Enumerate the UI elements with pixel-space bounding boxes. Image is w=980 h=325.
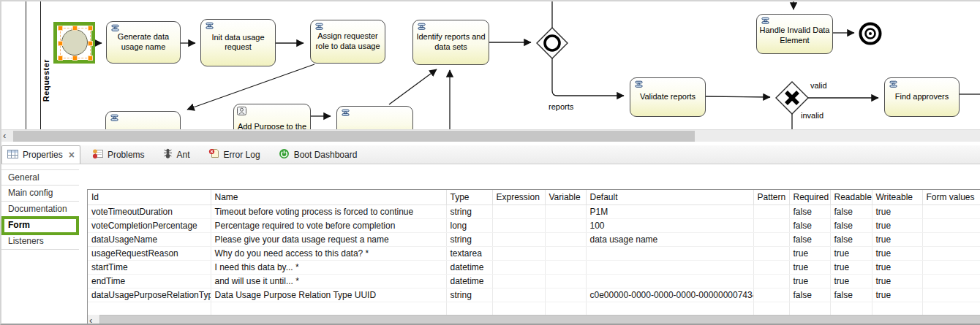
task-assign-requester-role[interactable]: Assign requester role to data usage [310,20,385,64]
table-cell[interactable] [545,260,586,274]
table-cell[interactable]: false [830,288,872,302]
table-cell[interactable] [586,274,753,288]
table-cell[interactable]: false [830,232,872,246]
table-cell[interactable] [753,246,789,260]
start-event[interactable] [61,29,88,56]
table-cell[interactable] [922,274,980,288]
tab-ant[interactable]: Ant [157,145,197,164]
table-cell[interactable]: false [789,288,830,302]
table-cell[interactable] [545,232,586,246]
column-header-id[interactable]: Id [88,190,211,204]
table-cell[interactable] [492,246,545,260]
table-cell[interactable]: voteTimeoutDuration [88,204,211,218]
table-cell[interactable] [922,246,980,260]
scroll-left-arrow-icon[interactable]: ‹ [89,315,92,325]
table-cell[interactable] [545,274,586,288]
table-cell[interactable] [492,288,545,302]
table-cell[interactable] [492,260,545,274]
table-cell[interactable]: true [789,274,830,288]
task-bottom-script-2[interactable] [336,106,413,129]
table-cell[interactable]: false [830,218,872,232]
table-cell[interactable] [492,204,545,218]
table-cell[interactable]: c0e00000-0000-0000-0000-000000007434 [586,288,753,302]
column-header-variable[interactable]: Variable [545,190,586,204]
table-cell[interactable] [753,288,789,302]
table-cell[interactable]: true [872,218,922,232]
sidebar-item-general[interactable]: General [1,169,79,186]
table-cell[interactable] [586,302,753,316]
table-cell[interactable] [922,302,980,316]
table-cell[interactable]: Please give your data usage request a na… [211,232,446,246]
resize-handle[interactable] [72,26,78,31]
table-cell[interactable]: true [830,246,872,260]
table-cell[interactable]: voteCompletionPercentage [88,218,211,232]
table-cell[interactable] [922,204,980,218]
table-cell[interactable] [492,302,545,316]
table-cell[interactable]: true [872,274,922,288]
table-cell[interactable]: true [872,288,922,302]
table-row[interactable]: dataUsagePurposeRelationTypeUuidData Usa… [88,288,980,302]
table-cell[interactable]: dataUsagePurposeRelationTypeUuid [88,288,211,302]
table-cell[interactable] [545,246,586,260]
table-row[interactable] [88,302,980,316]
flow-validate-to-xgateway[interactable] [706,96,770,97]
column-header-type[interactable]: Type [446,190,492,204]
table-cell[interactable] [753,302,789,316]
column-header-readable[interactable]: Readable [830,190,872,204]
sidebar-item-documentation[interactable]: Documentation [1,202,79,218]
table-cell[interactable] [789,302,830,316]
table-cell[interactable]: true [872,246,922,260]
table-cell[interactable]: 100 [586,218,753,232]
sidebar-item-main-config[interactable]: Main config [1,186,79,202]
table-cell[interactable]: and will use it until... * [211,274,446,288]
table-cell[interactable]: string [446,288,492,302]
column-header-pattern[interactable]: Pattern [753,190,789,204]
table-cell[interactable]: false [830,204,872,218]
table-cell[interactable] [753,204,789,218]
table-cell[interactable]: true [789,246,830,260]
table-cell[interactable] [545,288,586,302]
table-cell[interactable] [753,232,789,246]
table-cell[interactable]: true [830,260,872,274]
table-cell[interactable]: textarea [446,246,492,260]
flow-assign-down-left[interactable] [187,64,314,110]
table-cell[interactable] [586,260,753,274]
table-cell[interactable]: true [789,260,830,274]
table-cell[interactable] [830,302,872,316]
table-cell[interactable] [88,302,211,316]
resize-handle[interactable] [58,56,63,61]
table-cell[interactable] [545,204,586,218]
column-header-form-values[interactable]: Form values [922,190,980,204]
column-header-required[interactable]: Required [789,190,830,204]
table-cell[interactable]: endTime [88,274,211,288]
table-cell[interactable]: I need this data by... * [211,260,446,274]
flow-up-to-identify-diagonal[interactable] [389,69,437,104]
resize-handle[interactable] [88,56,93,61]
table-cell[interactable]: dataUsageName [88,232,211,246]
table-cell[interactable]: false [789,218,830,232]
table-cell[interactable] [492,274,545,288]
task-validate-reports[interactable]: Validate reports [630,77,706,117]
table-cell[interactable]: usageRequestReason [88,246,211,260]
table-row[interactable]: endTimeand will use it until... *datetim… [88,274,980,288]
table-cell[interactable] [586,246,753,260]
task-find-approvers[interactable]: Find approvers [884,77,960,117]
table-cell[interactable] [922,288,980,302]
table-cell[interactable]: startTime [88,260,211,274]
table-cell[interactable] [492,218,545,232]
table-cell[interactable] [545,218,586,232]
table-cell[interactable]: long [446,218,492,232]
task-init-data-usage-request[interactable]: Init data usage request [200,19,276,66]
table-cell[interactable]: Data Usage Purpose Relation Type UUID [211,288,446,302]
exclusive-gateway[interactable] [776,82,808,114]
table-cell[interactable] [922,260,980,274]
resize-handle[interactable] [58,41,63,46]
table-row[interactable]: usageRequestReasonWhy do you need access… [88,246,980,260]
resize-handle[interactable] [58,26,63,31]
scroll-left-arrow-icon[interactable]: ‹ [3,130,6,142]
table-cell[interactable]: false [789,204,830,218]
table-hscrollbar[interactable]: ‹ [87,315,980,325]
inclusive-gateway[interactable] [537,28,568,58]
flow-gateway-to-validate[interactable] [552,58,624,96]
table-cell[interactable]: true [830,274,872,288]
